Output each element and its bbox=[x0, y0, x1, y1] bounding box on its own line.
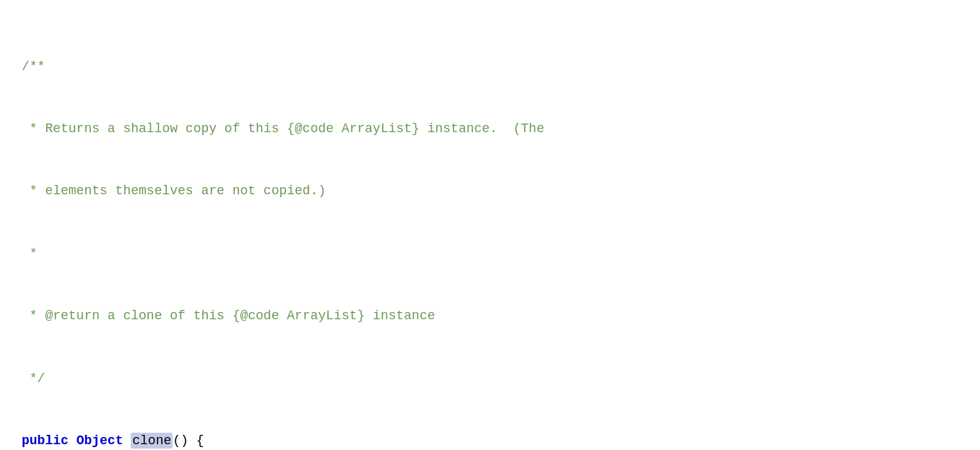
normal-text: () { bbox=[173, 433, 204, 448]
comment-text: */ bbox=[22, 371, 45, 386]
comment-text: * elements themselves are not copied.) bbox=[22, 183, 326, 198]
line-7: public Object clone() { bbox=[22, 430, 958, 450]
comment-text: * bbox=[22, 246, 38, 261]
line-5: * @return a clone of this {@code ArrayLi… bbox=[22, 306, 958, 326]
line-1: /** bbox=[22, 56, 958, 77]
keyword-public: public bbox=[22, 433, 69, 448]
comment-text: * @return a clone of this {@code ArrayLi… bbox=[22, 308, 435, 323]
comment-text: * Returns a shallow copy of this {@code … bbox=[22, 121, 545, 136]
line-3: * elements themselves are not copied.) bbox=[22, 181, 958, 202]
line-4: * bbox=[22, 243, 958, 264]
code-viewer: /** * Returns a shallow copy of this {@c… bbox=[22, 14, 958, 450]
comment-text: /** bbox=[22, 59, 45, 74]
method-clone-highlight: clone bbox=[131, 433, 173, 449]
type-object: Object bbox=[77, 433, 123, 448]
line-2: * Returns a shallow copy of this {@code … bbox=[22, 118, 958, 139]
line-6: */ bbox=[22, 368, 958, 389]
